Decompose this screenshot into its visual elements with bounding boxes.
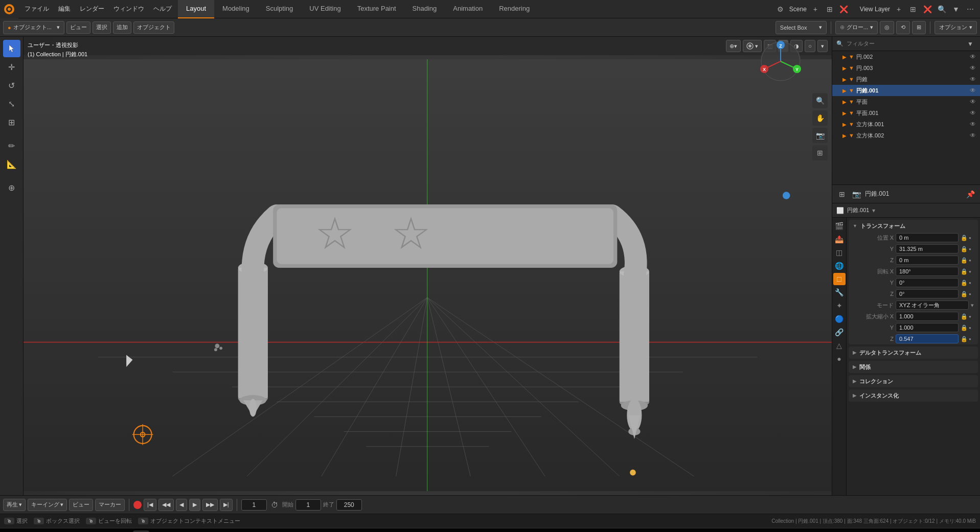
zoom-btn[interactable]: 🔍 (812, 93, 828, 108)
current-frame[interactable]: 1 (241, 499, 267, 511)
dot-rot-y[interactable]: ● (969, 281, 974, 285)
menu-window[interactable]: ウィンドウ (109, 3, 148, 15)
outliner-filter-btn[interactable]: ▼ (965, 38, 976, 50)
add-menu-btn[interactable]: 追加 (113, 21, 131, 34)
view-layer-icon2[interactable]: ⊞ (907, 4, 919, 15)
props-tab-particles[interactable]: ✦ (833, 299, 846, 312)
props-tab-view-layer[interactable]: ◫ (833, 246, 846, 259)
taskbar-search-btn[interactable]: 🗂 (22, 530, 39, 533)
position-x-value[interactable]: 0 m (896, 233, 959, 242)
lock-pos-x[interactable]: 🔒 (961, 235, 967, 241)
scene-icon2[interactable]: ⊞ (824, 4, 835, 15)
props-tab-scene[interactable]: 🌐 (833, 260, 846, 272)
more-icon[interactable]: ⋯ (965, 4, 976, 15)
menu-help[interactable]: ヘルプ (149, 3, 176, 15)
taskbar-mail-btn[interactable]: 📧 (115, 530, 131, 533)
position-y-value[interactable]: 31.325 m (896, 244, 959, 253)
transform-tool[interactable]: ⊞ (3, 113, 20, 131)
taskbar-edge-btn[interactable]: 🌐 (41, 530, 57, 533)
lock-scale-y[interactable]: 🔒 (961, 325, 967, 331)
tab-shading[interactable]: Shading (404, 0, 445, 18)
nav-gizmo-sphere[interactable]: Z X Y (760, 41, 801, 82)
visibility-icon-1[interactable]: 👁 (970, 64, 976, 72)
overlay-dropdown[interactable]: ▾ (743, 40, 762, 52)
tab-texture-paint[interactable]: Texture Paint (349, 0, 404, 18)
visibility-icon-6[interactable]: 👁 (970, 121, 976, 128)
dot-pos-x[interactable]: ● (969, 236, 974, 240)
move-tool[interactable]: ✛ (3, 58, 20, 76)
rotation-y-value[interactable]: 0° (896, 278, 959, 287)
viewport-shading-dropdown[interactable]: ⊕▾ (726, 40, 741, 52)
windows-start-btn[interactable]: ⊞ (4, 530, 20, 533)
taskbar-game-btn[interactable]: 🎮 (96, 530, 112, 533)
outliner-item-heimen-001[interactable]: ▶ ▼ 平面.001 👁 (832, 107, 980, 119)
new-scene-icon[interactable]: + (810, 4, 821, 15)
props-tab-material[interactable]: ● (833, 353, 846, 365)
props-tab-physics[interactable]: 🔵 (833, 313, 846, 325)
relations-header[interactable]: ▶ 関係 (849, 361, 978, 373)
visibility-icon-3[interactable]: 👁 (970, 87, 976, 94)
position-z-value[interactable]: 0 m (896, 256, 959, 265)
props-tab-constraints[interactable]: 🔗 (833, 326, 846, 338)
lock-rot-z[interactable]: 🔒 (961, 291, 967, 297)
tab-animation[interactable]: Animation (445, 0, 491, 18)
visibility-icon-7[interactable]: 👁 (970, 132, 976, 139)
transform-section-header[interactable]: ▼ トランスフォーム (849, 220, 978, 232)
props-tab-render[interactable]: 🎬 (833, 220, 846, 232)
outliner-item-ensui[interactable]: ▶ ▼ 円錐 👁 (832, 74, 980, 85)
outliner-item-rippotai-001[interactable]: ▶ ▼ 立方体.001 👁 (832, 119, 980, 130)
tab-sculpting[interactable]: Sculpting (258, 0, 301, 18)
rotation-mode-dropdown[interactable]: ▾ (971, 302, 974, 309)
rotate-tool[interactable]: ↺ (3, 77, 20, 94)
delta-transform-header[interactable]: ▶ デルタトランスフォーム (849, 346, 978, 359)
proportional-btn[interactable]: ◎ (880, 21, 894, 34)
props-tab-output[interactable]: 📤 (833, 233, 846, 245)
lock-rot-x[interactable]: 🔒 (961, 268, 967, 275)
tab-layout[interactable]: Layout (178, 0, 214, 18)
start-frame[interactable]: 1 (295, 499, 321, 511)
dot-pos-y[interactable]: ● (969, 247, 974, 251)
record-btn[interactable] (133, 501, 142, 509)
taskbar-music-btn[interactable]: 🎵 (78, 530, 94, 533)
prev-frame-btn[interactable]: ◀ (176, 499, 187, 511)
lock-scale-x[interactable]: 🔒 (961, 313, 967, 320)
props-tab-data[interactable]: △ (833, 339, 846, 352)
dot-scale-z[interactable]: ● (969, 337, 974, 341)
filter-icon[interactable]: ▼ (950, 4, 962, 15)
search-icon[interactable]: 🔍 (936, 4, 947, 15)
options-btn[interactable]: オプション ▾ (935, 21, 977, 34)
tab-rendering[interactable]: Rendering (491, 0, 538, 18)
view-btn[interactable]: ビュー (69, 499, 93, 511)
tab-uv-editing[interactable]: UV Editing (301, 0, 349, 18)
taskbar-explorer-btn[interactable]: 📁 (59, 530, 76, 533)
taskbar-blender-btn[interactable] (133, 530, 149, 533)
keying-dropdown[interactable]: キーイング ▾ (28, 499, 67, 511)
dot-scale-y[interactable]: ● (969, 326, 974, 330)
rotation-x-value[interactable]: 180° (896, 267, 959, 276)
visibility-icon-0[interactable]: 👁 (970, 53, 976, 60)
lock-scale-z[interactable]: 🔒 (961, 336, 967, 342)
object-mode-dropdown[interactable]: ● オブジェクト... ▾ (3, 21, 64, 34)
origin-tool[interactable]: ⊕ (3, 179, 20, 196)
hand-btn[interactable]: ✋ (812, 110, 828, 126)
annotate-tool[interactable]: ✏ (3, 137, 20, 154)
scene-icon3[interactable]: ❌ (838, 4, 850, 15)
measure-tool[interactable]: 📐 (3, 155, 20, 173)
visibility-icon-5[interactable]: 👁 (970, 109, 976, 117)
next-frame-btn[interactable]: ▶▶ (202, 499, 218, 511)
dot-rot-z[interactable]: ● (969, 292, 974, 296)
ortho-btn[interactable]: ⊞ (812, 145, 828, 160)
dot-scale-x[interactable]: ● (969, 314, 974, 319)
cursor-tool[interactable] (3, 40, 20, 57)
rotation-mode-value[interactable]: XYZ オイラー角 (896, 300, 969, 310)
outliner-item-heimen[interactable]: ▶ ▼ 平面 👁 (832, 96, 980, 107)
select-box-dropdown[interactable]: Select Box ▾ (776, 21, 827, 34)
scale-z-value[interactable]: 0.547 (896, 334, 959, 343)
scale-x-value[interactable]: 1.000 (896, 312, 959, 321)
jump-start-btn[interactable]: |◀ (144, 499, 156, 511)
scale-tool[interactable]: ⤡ (3, 95, 20, 112)
lock-rot-y[interactable]: 🔒 (961, 280, 967, 286)
shading-render-btn[interactable]: ○ (805, 40, 815, 52)
props-pin-icon[interactable]: 📌 (965, 189, 976, 200)
tab-modeling[interactable]: Modeling (214, 0, 258, 18)
